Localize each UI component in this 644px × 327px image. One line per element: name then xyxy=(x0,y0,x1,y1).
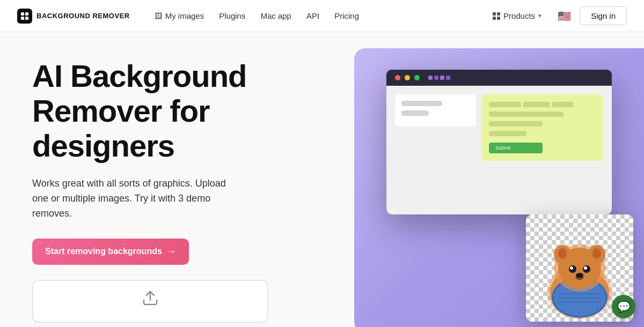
mockup-submit-btn: Submit xyxy=(489,143,542,153)
mockup-bar-1 xyxy=(401,101,442,106)
svg-point-22 xyxy=(558,248,567,259)
main-content: AI Background Remover for designers Work… xyxy=(0,32,644,327)
expand-dot xyxy=(414,75,420,80)
my-images-label: My images xyxy=(165,11,204,20)
chat-icon: 💬 xyxy=(617,300,631,313)
right-panel: Submit xyxy=(306,32,644,327)
chat-button[interactable]: 💬 xyxy=(612,295,635,318)
close-dot xyxy=(395,75,400,80)
navbar: BACKGROUND REMOVER 🖼 My images Plugins M… xyxy=(0,0,644,32)
hero-title: AI Background Remover for designers xyxy=(32,59,284,164)
svg-point-23 xyxy=(592,248,601,259)
mockup-left-panel xyxy=(395,94,476,127)
purple-background: Submit xyxy=(354,48,644,327)
left-panel: AI Background Remover for designers Work… xyxy=(0,32,306,327)
svg-rect-0 xyxy=(21,12,24,16)
language-selector[interactable]: 🇺🇸 xyxy=(558,10,571,23)
svg-rect-2 xyxy=(21,17,24,20)
svg-point-26 xyxy=(570,266,573,270)
mac-app-label: Mac app xyxy=(260,11,291,20)
products-label: Products xyxy=(503,11,535,20)
pricing-label: Pricing xyxy=(334,11,359,20)
nav-api[interactable]: API xyxy=(299,7,327,25)
mockup-body: Submit xyxy=(386,86,612,214)
mockup-bar-3 xyxy=(489,112,564,117)
nav-my-images[interactable]: 🖼 My images xyxy=(147,7,212,25)
api-label: API xyxy=(306,11,319,20)
mockup-logo xyxy=(428,76,450,80)
products-dropdown[interactable]: Products ▾ xyxy=(485,7,549,25)
upload-box[interactable] xyxy=(32,280,268,323)
hero-subtitle: Works great with all sorts of graphics. … xyxy=(32,176,236,221)
chevron-down-icon: ▾ xyxy=(538,12,541,19)
mockup-bar-4 xyxy=(489,121,542,127)
mockup-bar-2 xyxy=(401,110,429,116)
upload-icon xyxy=(142,289,159,310)
mockup-titlebar xyxy=(386,70,612,86)
minimize-dot xyxy=(405,75,410,80)
images-icon: 🖼 xyxy=(155,12,162,20)
cta-label: Start removing backgrounds xyxy=(45,247,162,256)
hero-image: Submit xyxy=(306,38,644,327)
navbar-right: Products ▾ 🇺🇸 Sign in xyxy=(485,6,627,25)
nav-pricing[interactable]: Pricing xyxy=(327,7,367,25)
ui-mockup: Submit xyxy=(386,70,612,214)
svg-rect-3 xyxy=(25,17,28,20)
sign-in-button[interactable]: Sign in xyxy=(580,6,627,25)
grid-icon xyxy=(493,12,500,20)
svg-point-27 xyxy=(584,266,587,270)
nav-mac-app[interactable]: Mac app xyxy=(253,7,299,25)
brand-icon xyxy=(17,9,32,24)
svg-point-28 xyxy=(576,273,583,278)
brand-name: BACKGROUND REMOVER xyxy=(36,12,130,20)
mockup-bar-5 xyxy=(489,131,526,136)
brand-logo[interactable]: BACKGROUND REMOVER xyxy=(17,9,130,24)
cta-arrow: → xyxy=(166,246,176,257)
mockup-right-panel: Submit xyxy=(481,94,603,161)
main-nav: 🖼 My images Plugins Mac app API Pricing xyxy=(147,7,485,25)
nav-plugins[interactable]: Plugins xyxy=(211,7,253,25)
plugins-label: Plugins xyxy=(219,11,245,20)
svg-rect-1 xyxy=(25,12,28,16)
cta-button[interactable]: Start removing backgrounds → xyxy=(32,239,189,265)
